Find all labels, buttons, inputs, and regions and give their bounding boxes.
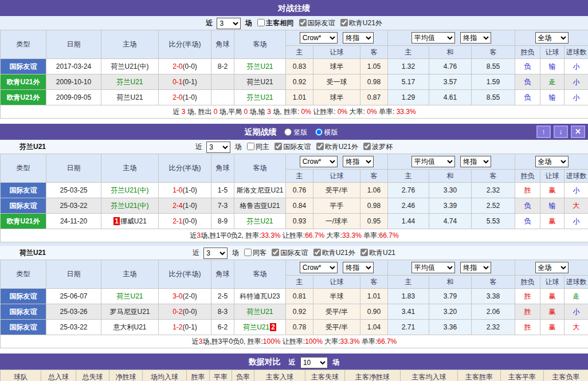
avg-time-select[interactable]: 终指 xyxy=(460,262,491,273)
league-checkbox[interactable] xyxy=(316,143,324,150)
near-label: 近 xyxy=(206,19,213,27)
scope-select[interactable]: 全场 xyxy=(535,156,569,167)
layout-vertical-radio[interactable] xyxy=(284,128,292,136)
cmp-header: 主客平率 xyxy=(501,370,544,381)
avg-source-select[interactable]: 平均值 xyxy=(411,156,455,167)
move-down-button[interactable]: ↓ xyxy=(554,125,568,138)
avg-source-select[interactable]: 平均值 xyxy=(411,262,455,273)
finland-rounds-select[interactable]: 3 xyxy=(206,142,230,153)
layout-vertical-radio-label[interactable]: 竖版 xyxy=(284,128,307,136)
league-checkbox-label[interactable]: 波罗杯 xyxy=(360,143,393,151)
cell-corner: 7-3 xyxy=(211,198,234,214)
h2h-filter-row: 近 3 场 主客相同 国际友谊 欧青U21外 xyxy=(0,16,588,30)
cell-corner: 8-2 xyxy=(211,59,234,74)
league-checkbox-label[interactable]: 国际友谊 xyxy=(271,143,311,151)
odds-source-select[interactable]: Crow* xyxy=(300,156,338,167)
compare-rounds-select[interactable]: 10 xyxy=(300,357,328,368)
avg-time-select[interactable]: 终指 xyxy=(460,32,491,44)
close-button[interactable]: ✕ xyxy=(571,125,585,138)
sub-avg-home: 主 xyxy=(388,170,429,183)
odds-time-select[interactable]: 终指 xyxy=(343,262,374,273)
cell-odds-home: 0.84 xyxy=(286,198,313,214)
cell-avg-draw: 3.36 xyxy=(429,320,472,335)
cell-avg-draw: 3.20 xyxy=(429,304,472,320)
cmp-header: 平率 xyxy=(210,370,232,381)
league-friendly-checkbox[interactable] xyxy=(299,19,307,26)
cell-avg-draw: 3.39 xyxy=(429,198,472,214)
compare-title: 数据对比 xyxy=(249,357,281,366)
col-header-date: 日期 xyxy=(46,260,101,289)
header-row: 类型 日期 主场 比分(半场) 角球 客场 Crow* 终指 平均值 终指 全场 xyxy=(1,154,588,170)
layout-horizontal-radio-label[interactable]: 横版 xyxy=(315,128,338,136)
league-checkbox[interactable] xyxy=(363,143,371,150)
league-checkbox-label[interactable]: 欧青U21外 xyxy=(310,249,355,257)
cell-match-type: 欧青U21外 xyxy=(1,90,46,105)
scope-select[interactable]: 全场 xyxy=(535,32,569,44)
cell-result-goals: 小 xyxy=(565,59,588,74)
league-checkbox[interactable] xyxy=(360,249,368,256)
odds-source-select[interactable]: Crow* xyxy=(300,262,338,273)
netherlands-rounds-select[interactable]: 3 xyxy=(203,248,228,259)
table-row: 欧青U21外 2009-09-05 荷兰U21 2-0(1-0) 芬兰U21 1… xyxy=(1,90,588,105)
sub-handicap: 让球 xyxy=(313,276,360,289)
cmp-header: 胜率 xyxy=(187,370,210,381)
cell-result-handicap: 赢 xyxy=(540,289,565,304)
same-venue-checkbox[interactable] xyxy=(257,19,265,26)
cell-score: 2-4(1-0) xyxy=(159,198,211,214)
cell-result-wdl: 负 xyxy=(515,59,540,74)
cell-odds-handicap: 一/球半 xyxy=(313,214,360,229)
h2h-rounds-select[interactable]: 3 xyxy=(217,18,241,29)
same-away-checkbox[interactable] xyxy=(244,249,252,256)
league-u21q-checkbox[interactable] xyxy=(340,19,348,26)
cell-result-goals: 小 xyxy=(565,304,588,320)
league-checkbox[interactable] xyxy=(272,249,279,256)
cmp-header: 主客入球 xyxy=(254,370,305,381)
league-checkbox-label[interactable]: 欧青U21 xyxy=(357,249,395,257)
league-checkbox-label[interactable]: 国际友谊 xyxy=(296,19,335,27)
odds-source-select[interactable]: Crow* xyxy=(300,32,338,44)
odds-time-select[interactable]: 终指 xyxy=(343,156,374,167)
same-home-checkbox[interactable] xyxy=(247,143,254,150)
summary-row: 近3场,胜1平0负2, 胜率:33.3% 让胜率:66.7% 大率:33.3% … xyxy=(1,229,588,242)
league-checkbox[interactable] xyxy=(313,249,321,256)
cell-avg-away: 2.32 xyxy=(472,320,515,335)
cell-result-handicap: 走 xyxy=(540,74,565,90)
cell-odds-away: 0.90 xyxy=(360,304,388,320)
h2h-summary: 近 3 场, 胜出 0 场,平局 0 场,输 3 场, 胜率: 0% 让胜率: … xyxy=(1,105,588,119)
avg-source-select[interactable]: 平均值 xyxy=(411,32,455,44)
avg-time-select[interactable]: 终指 xyxy=(460,156,491,167)
compare-table: 球队 总入球 总失球 净胜球 场均入球 胜率 平率 负率 主客入球 主客失球 主… xyxy=(0,370,588,381)
cell-odds-home: 0.93 xyxy=(286,214,313,229)
same-venue-checkbox-label[interactable]: 主客相同 xyxy=(254,19,293,27)
cell-avg-home: 5.17 xyxy=(388,74,429,90)
cell-odds-home: 0.92 xyxy=(286,304,313,320)
layout-horizontal-radio[interactable] xyxy=(315,128,323,136)
league-checkbox-label[interactable]: 欧青U21外 xyxy=(337,19,382,27)
netherlands-summary: 近3场,胜3平0负0, 胜率:100% 让胜率:100% 大率:33.3% 单率… xyxy=(1,335,588,348)
same-away-checkbox-label[interactable]: 同客 xyxy=(241,249,266,257)
scope-select[interactable]: 全场 xyxy=(535,262,569,273)
move-up-button[interactable]: ↑ xyxy=(536,125,551,138)
cell-avg-draw: 4.76 xyxy=(429,59,472,74)
league-checkbox[interactable] xyxy=(275,143,282,150)
table-row: 国际友谊 25-03-22 芬兰U21(中) 2-4(1-0) 7-3 格鲁吉亚… xyxy=(1,198,588,214)
sub-home: 主 xyxy=(286,276,313,289)
cmp-header: 总失球 xyxy=(76,370,109,381)
col-header-type: 类型 xyxy=(1,30,46,59)
cmp-header: 负率 xyxy=(232,370,254,381)
finland-team-name: 芬兰U21 xyxy=(19,140,46,154)
cell-match-type: 国际友谊 xyxy=(1,320,46,335)
cell-result-goals: 小 xyxy=(565,74,588,90)
same-home-checkbox-label[interactable]: 同主 xyxy=(244,143,269,151)
sub-handicap: 让球 xyxy=(313,46,360,59)
odds-time-select[interactable]: 终指 xyxy=(343,32,374,44)
cell-result-handicap: 赢 xyxy=(540,320,565,335)
league-checkbox-label[interactable]: 国际友谊 xyxy=(268,249,308,257)
sub-goals: 进球数 xyxy=(565,276,588,289)
league-checkbox-label[interactable]: 欧青U21外 xyxy=(313,143,358,151)
col-header-corner: 角球 xyxy=(211,30,234,59)
cell-result-handicap: 输 xyxy=(540,90,565,105)
cell-home-team: 荷兰U21 xyxy=(101,90,159,105)
cmp-header: 主客失球 xyxy=(305,370,345,381)
cmp-header: 净胜球 xyxy=(109,370,143,381)
